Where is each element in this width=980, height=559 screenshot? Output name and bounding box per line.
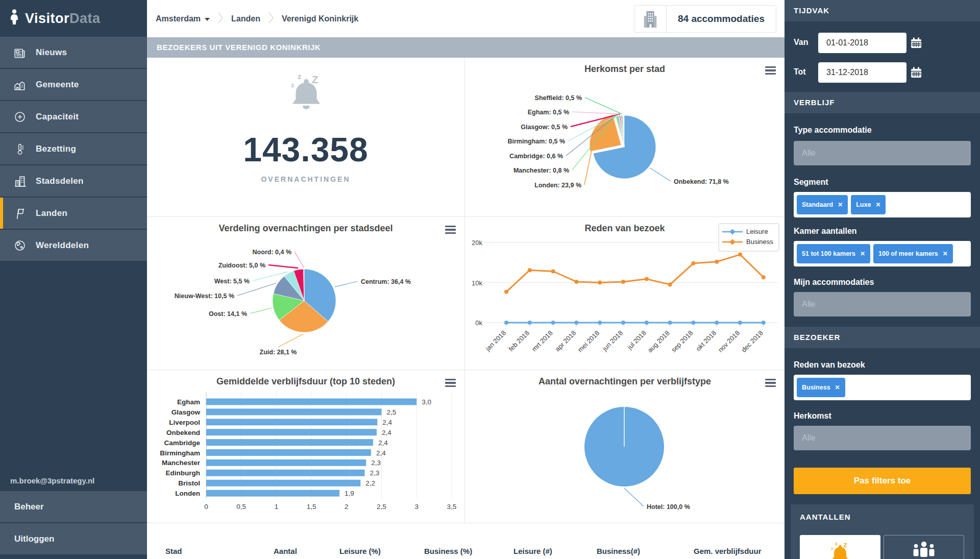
svg-text:0,5: 0,5 (236, 503, 246, 511)
svg-text:2,4: 2,4 (382, 419, 392, 426)
svg-text:Cambridge: 0,6 %: Cambridge: 0,6 % (509, 153, 563, 160)
svg-text:Business: Business (746, 238, 773, 246)
chip-remove-icon[interactable]: ✕ (838, 201, 843, 208)
app-logo[interactable]: VisitorData (0, 0, 147, 37)
brand-light: Data (69, 11, 101, 26)
svg-text:Z: Z (843, 542, 847, 548)
chip-remove-icon[interactable]: ✕ (835, 384, 840, 391)
col-leisure-num: Leisure (#) (513, 547, 552, 555)
svg-text:2,4: 2,4 (378, 439, 388, 447)
col-gem-verblijfsduur: Gem. verblijfsduur (694, 547, 762, 555)
svg-text:2,4: 2,4 (376, 449, 386, 457)
sidebar-item-capaciteit[interactable]: Capaciteit (0, 101, 147, 132)
brand-name: VisitorData (25, 11, 101, 27)
filter-chip-standaard[interactable]: Standaard✕ (797, 195, 848, 214)
main-nav: Nieuws Gemeente Capaciteit Bezetting Sta… (0, 37, 147, 262)
accommodations-counter: 84 accommodaties (634, 5, 776, 33)
svg-text:3,0: 3,0 (422, 398, 431, 406)
breadcrumb-city-dropdown[interactable]: Amsterdam (156, 14, 210, 23)
svg-text:Cambridge: Cambridge (164, 439, 200, 447)
date-to-input[interactable] (818, 62, 906, 83)
chip-label: 100 of meer kamers (878, 250, 938, 257)
herkomst-select[interactable]: Alle (794, 426, 971, 450)
chip-remove-icon[interactable]: ✕ (875, 201, 880, 208)
chip-label: Luxe (856, 201, 871, 208)
filter-chip-100-plus[interactable]: 100 of meer kamers✕ (873, 244, 953, 263)
sidebar-item-landen[interactable]: Landen (0, 198, 147, 229)
filter-chip-business[interactable]: Business✕ (797, 378, 845, 397)
breadcrumb-landen[interactable]: Landen (231, 14, 260, 23)
svg-text:2,2: 2,2 (365, 479, 375, 487)
sleeping-bell-icon: z z Z (281, 71, 332, 120)
sidebar-item-beheer[interactable]: Beheer (0, 491, 147, 522)
breadcrumb-current: Verenigd Koninkrijk (282, 14, 358, 23)
sidebar-item-label: Landen (36, 208, 67, 218)
svg-text:0: 0 (204, 503, 208, 511)
section-header-verblijf: VERBLIJF (785, 92, 980, 113)
sidebar-item-label: Nieuws (36, 47, 67, 58)
visit-reason-card: Reden van bezoek 20k10k0kjan 2018feb 201… (465, 217, 785, 370)
calendar-icon[interactable] (910, 37, 922, 49)
svg-text:2: 2 (345, 503, 349, 511)
mijn-accommodaties-select[interactable]: Alle (794, 292, 971, 317)
left-sidebar: VisitorData Nieuws Gemeente Capaciteit B… (0, 0, 147, 559)
svg-text:Birmingham: Birmingham (160, 449, 200, 457)
newspaper-icon (12, 45, 28, 60)
svg-text:1: 1 (275, 503, 279, 511)
svg-text:Zuidoost: 5,0 %: Zuidoost: 5,0 % (218, 262, 265, 269)
svg-text:Londen: Londen (175, 490, 200, 497)
section-header-bezoeker: BEZOEKER (785, 327, 980, 348)
chip-remove-icon[interactable]: ✕ (943, 250, 948, 257)
date-from-input[interactable] (818, 33, 906, 53)
reden-van-bezoek-field[interactable]: Business✕ (794, 375, 971, 400)
overnachtingen-toggle[interactable]: z z Z (800, 535, 880, 559)
sidebar-item-gemeente[interactable]: Gemeente (0, 69, 147, 100)
chip-remove-icon[interactable]: ✕ (860, 250, 865, 257)
svg-text:2,5: 2,5 (377, 503, 386, 511)
svg-text:Egham: 0,5 %: Egham: 0,5 % (528, 109, 569, 116)
svg-text:feb 2018: feb 2018 (507, 329, 531, 353)
sidebar-item-werelddelen[interactable]: Werelddelen (0, 230, 147, 261)
type-accommodatie-select[interactable]: Alle (794, 141, 971, 165)
filter-chip-51-100[interactable]: 51 tot 100 kamers✕ (797, 244, 870, 263)
svg-text:3,5: 3,5 (447, 503, 457, 511)
apply-filters-button[interactable]: Pas filters toe (794, 468, 971, 494)
svg-text:Oost: 14,1 %: Oost: 14,1 % (209, 310, 247, 318)
sidebar-item-bezetting[interactable]: Bezetting (0, 133, 147, 164)
svg-text:West: 5,5 %: West: 5,5 % (214, 278, 250, 285)
svg-text:0k: 0k (475, 319, 482, 327)
thermometer-icon (12, 141, 28, 157)
svg-text:3: 3 (414, 503, 419, 511)
svg-text:Onbekend: Onbekend (166, 429, 200, 436)
svg-text:2,3: 2,3 (370, 469, 380, 477)
aantallen-panel: AANTALLEN z z Z (791, 504, 974, 559)
svg-text:Londen: 23,9 %: Londen: 23,9 % (534, 182, 581, 189)
district-pie-chart: Noord: 0,4 %Zuidoost: 5,0 %West: 5,5 %Ni… (147, 217, 465, 370)
sidebar-item-label: Stadsdelen (36, 176, 84, 186)
bezoekers-toggle[interactable] (884, 535, 964, 559)
col-aantal: Aantal (274, 547, 297, 555)
segment-field[interactable]: Standaard✕ Luxe✕ (794, 192, 971, 217)
breadcrumb-label: Verenigd Koninkrijk (282, 14, 358, 23)
origin-pie-card: Herkomst per stad Sheffield: 0,5 %Egham:… (465, 58, 785, 217)
filter-chip-luxe[interactable]: Luxe✕ (851, 195, 886, 214)
kamer-aantallen-field[interactable]: 51 tot 100 kamers✕ 100 of meer kamers✕ (794, 241, 971, 266)
duration-bar-card: Gemiddelde verblijfsduur (top 10 steden)… (147, 370, 465, 523)
kpi-card: z z Z 143.358 OVERNACHTINGEN (147, 58, 465, 217)
svg-text:Glasgow: Glasgow (172, 408, 201, 416)
section-banner: BEZOEKERS UIT VERENIGD KONINKRIJK (147, 37, 785, 58)
sidebar-item-stadsdelen[interactable]: Stadsdelen (0, 165, 147, 197)
duration-bar-chart: 00,511,522,533,5Egham3,0Glasgow2,5Liverp… (147, 370, 465, 523)
svg-text:2,5: 2,5 (387, 408, 397, 416)
mijn-accommodaties-label: Mijn accommodaties (794, 278, 874, 287)
account-email: m.broek@3pstrategy.nl (0, 470, 147, 491)
breadcrumb-label: Landen (231, 14, 260, 23)
svg-text:sep 2018: sep 2018 (670, 329, 694, 354)
people-icon (912, 541, 936, 558)
svg-text:Egham: Egham (177, 398, 200, 406)
sidebar-item-uitloggen[interactable]: Uitloggen (0, 523, 147, 554)
sidebar-item-nieuws[interactable]: Nieuws (0, 37, 147, 68)
city-buildings-icon (12, 174, 28, 189)
svg-text:z: z (291, 81, 295, 89)
calendar-icon[interactable] (910, 66, 922, 79)
